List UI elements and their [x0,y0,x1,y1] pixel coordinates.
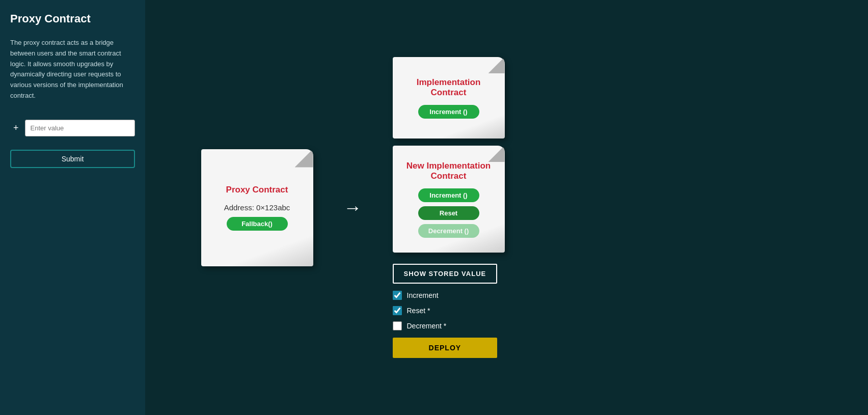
checkbox-increment[interactable] [393,291,402,300]
impl-old-increment-button[interactable]: Increment () [418,105,479,119]
impl-new-increment-button[interactable]: Increment () [418,188,479,202]
fallback-button[interactable]: Fallback() [227,217,288,231]
checkbox-reset-item[interactable]: Reset * [393,306,498,315]
value-input[interactable] [25,120,135,136]
checkbox-reset-label: Reset * [407,307,430,315]
checkbox-reset[interactable] [393,306,402,315]
impl-card-old: Implementation Contract Increment () [393,57,505,139]
diagram-canvas: Proxy Contract Address: 0×123abc Fallbac… [201,57,812,358]
checkbox-decrement-label: Decrement * [407,322,447,330]
proxy-contract-card: Proxy Contract Address: 0×123abc Fallbac… [201,149,313,266]
sidebar-description: The proxy contract acts as a bridge betw… [10,38,135,101]
submit-button[interactable]: Submit [10,150,135,168]
main-canvas: Proxy Contract Address: 0×123abc Fallbac… [145,0,868,415]
impl-cards-column: Implementation Contract Increment () New… [393,57,505,253]
proxy-card-address: Address: 0×123abc [224,203,290,212]
controls-panel: SHOW STORED VALUE Increment Reset * Decr… [393,264,498,358]
proxy-card-title: Proxy Contract [226,185,288,195]
checkbox-increment-label: Increment [407,291,439,299]
impl-card-new: New Implementation Contract Increment ()… [393,146,505,253]
sidebar-title: Proxy Contract [10,12,135,25]
impl-new-reset-button[interactable]: Reset [418,206,479,220]
impl-new-title: New Implementation Contract [401,161,497,181]
plus-button[interactable]: + [10,121,22,135]
show-stored-button[interactable]: SHOW STORED VALUE [393,264,498,284]
checkbox-group: Increment Reset * Decrement * [393,291,498,330]
deploy-button[interactable]: DEPLOY [393,338,498,358]
checkbox-decrement[interactable] [393,321,402,330]
value-input-row: + [10,120,135,136]
right-panel: Implementation Contract Increment () New… [393,57,505,358]
checkbox-decrement-item[interactable]: Decrement * [393,321,498,330]
checkbox-increment-item[interactable]: Increment [393,291,498,300]
impl-old-title: Implementation Contract [401,77,497,98]
sidebar: Proxy Contract The proxy contract acts a… [0,0,145,415]
arrow: → [344,197,362,218]
impl-new-decrement-button[interactable]: Decrement () [418,224,479,238]
